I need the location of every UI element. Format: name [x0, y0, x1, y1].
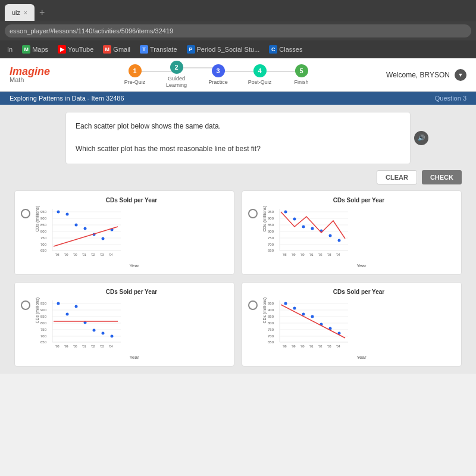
- svg-text:850: 850: [268, 223, 274, 227]
- svg-text:950: 950: [268, 302, 274, 305]
- bookmarks-bar: In M Maps ▶ YouTube M Gmail T Translate …: [0, 40, 476, 58]
- y-label-3: CDs (millions): [35, 298, 39, 324]
- svg-text:'00: '00: [73, 253, 77, 256]
- chart-container-2: CDs Sold per Year CDs (millions) 950 900…: [262, 197, 455, 268]
- audio-button[interactable]: 🔊: [414, 131, 428, 145]
- chart-svg-3: 950 900 850 800 750 700 650: [40, 298, 124, 351]
- chart-option-3[interactable]: CDs Sold per Year CDs (millions) 950 900…: [14, 282, 234, 367]
- url-text: esson_player/#lessons/1140/activities/50…: [10, 27, 173, 35]
- clear-button[interactable]: CLEAR: [377, 170, 417, 184]
- step4-circle: 4: [253, 64, 267, 77]
- svg-text:650: 650: [40, 249, 47, 252]
- step-guided[interactable]: 2 GuidedLearning: [156, 61, 198, 89]
- svg-text:650: 650: [268, 249, 274, 252]
- maps-label: Maps: [32, 46, 48, 53]
- question-line1: Each scatter plot below shows the same d…: [76, 122, 221, 130]
- chart-option-4[interactable]: CDs Sold per Year CDs (millions) 950 900…: [242, 282, 462, 367]
- svg-text:'00: '00: [300, 345, 305, 348]
- y-label-2: CDs (millions): [262, 206, 267, 232]
- chart-container-4: CDs Sold per Year CDs (millions) 950 900…: [262, 289, 455, 360]
- svg-text:'99: '99: [292, 253, 296, 256]
- svg-text:'02: '02: [91, 253, 95, 256]
- bookmark-period5[interactable]: P Period 5_Social Stu...: [184, 44, 262, 55]
- browser-chrome: uiz × + esson_player/#lessons/1140/activ…: [0, 0, 476, 58]
- maps-icon: M: [22, 45, 30, 54]
- step3-label: Practice: [208, 79, 228, 86]
- svg-text:'99: '99: [64, 345, 68, 348]
- svg-point-105: [293, 306, 296, 309]
- bookmark-gmail[interactable]: M Gmail: [101, 44, 133, 55]
- chart-svg-wrapper-2: 950 900 850 800 750 700 650: [268, 206, 455, 268]
- svg-text:'03: '03: [100, 253, 104, 256]
- step-finish[interactable]: 5 Finish: [281, 64, 322, 86]
- translate-icon: T: [140, 45, 148, 54]
- svg-point-106: [302, 312, 305, 315]
- svg-line-111: [281, 305, 345, 338]
- bookmark-signin[interactable]: In: [5, 45, 15, 54]
- quiz-area: Each scatter plot below shows the same d…: [0, 105, 476, 374]
- svg-text:'98: '98: [55, 253, 60, 256]
- chart-body-2: CDs (millions) 950 900 850 800 750 700: [262, 206, 455, 268]
- radio-4[interactable]: [248, 300, 258, 310]
- radio-2[interactable]: [248, 209, 258, 218]
- chart-svg-wrapper-1: 950 900 850 800 750 700 650: [40, 206, 228, 268]
- svg-text:700: 700: [40, 334, 47, 338]
- svg-text:'04: '04: [109, 345, 113, 348]
- svg-text:'98: '98: [283, 345, 287, 348]
- bookmark-translate[interactable]: T Translate: [137, 44, 179, 55]
- svg-point-20: [102, 237, 105, 240]
- svg-point-104: [284, 302, 287, 305]
- bookmark-maps[interactable]: M Maps: [20, 44, 51, 55]
- chart-option-1[interactable]: CDs Sold per Year CDs (millions) 950 900: [14, 190, 234, 275]
- chart-option-2[interactable]: CDs Sold per Year CDs (millions) 950 900…: [242, 190, 462, 275]
- step5-circle: 5: [295, 64, 308, 77]
- svg-text:850: 850: [40, 223, 47, 227]
- new-tab-button[interactable]: +: [35, 7, 49, 18]
- svg-point-15: [57, 210, 60, 213]
- progress-steps: 1 Pre-Quiz 2 GuidedLearning 3 Practice 4…: [50, 61, 386, 89]
- tab-close-button[interactable]: ×: [24, 10, 27, 16]
- svg-point-80: [111, 334, 114, 337]
- bookmark-classes[interactable]: C Classes: [267, 44, 305, 55]
- classes-label: Classes: [279, 46, 302, 53]
- user-avatar[interactable]: ▼: [455, 69, 466, 81]
- youtube-icon: ▶: [58, 45, 66, 54]
- svg-text:'04: '04: [336, 253, 340, 256]
- step-prequiz[interactable]: 1 Pre-Quiz: [114, 64, 156, 86]
- y-label-1: CDs (millions): [35, 206, 39, 232]
- svg-point-16: [66, 212, 69, 215]
- chart-svg-1: 950 900 850 800 750 700 650: [40, 206, 124, 259]
- svg-point-47: [302, 225, 305, 228]
- classes-icon: C: [269, 45, 277, 54]
- radio-3[interactable]: [21, 300, 30, 310]
- svg-text:800: 800: [40, 230, 47, 233]
- radio-1[interactable]: [21, 209, 30, 218]
- svg-text:800: 800: [268, 321, 274, 325]
- chart-container-1: CDs Sold per Year CDs (millions) 950 900: [35, 197, 228, 268]
- active-tab[interactable]: uiz ×: [5, 4, 35, 21]
- svg-text:'03: '03: [327, 253, 331, 256]
- step-postquiz[interactable]: 4 Post-Quiz: [239, 64, 281, 86]
- period5-label: Period 5_Social Stu...: [197, 46, 260, 53]
- youtube-label: YouTube: [68, 46, 93, 53]
- step1-label: Pre-Quiz: [124, 79, 146, 86]
- url-input[interactable]: esson_player/#lessons/1140/activities/50…: [5, 24, 471, 37]
- svg-text:800: 800: [268, 230, 274, 233]
- svg-text:850: 850: [268, 315, 274, 318]
- svg-text:'99: '99: [64, 253, 68, 256]
- svg-text:650: 650: [40, 340, 47, 344]
- chart-title-2: CDs Sold per Year: [262, 197, 455, 203]
- chart-svg-wrapper-4: 950 900 850 800 750 700 650: [268, 298, 455, 360]
- svg-text:700: 700: [268, 334, 274, 338]
- svg-point-78: [93, 328, 96, 331]
- bookmark-youtube[interactable]: ▶ YouTube: [55, 44, 96, 55]
- x-label-4: Year: [268, 355, 455, 360]
- svg-text:'03: '03: [100, 345, 104, 348]
- svg-text:'99: '99: [292, 345, 296, 348]
- svg-text:800: 800: [40, 321, 47, 325]
- check-button[interactable]: CHECK: [422, 170, 462, 184]
- svg-text:'98: '98: [55, 345, 60, 348]
- step1-circle: 1: [129, 64, 142, 77]
- svg-text:650: 650: [268, 340, 274, 344]
- svg-point-76: [75, 305, 78, 308]
